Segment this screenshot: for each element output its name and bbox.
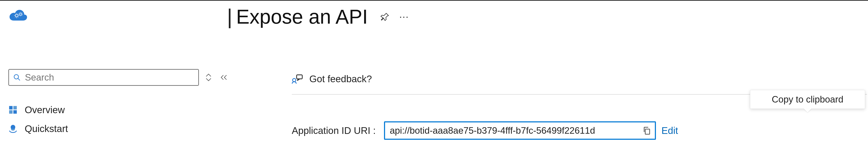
- feedback-label: Got feedback?: [309, 73, 372, 85]
- sidebar-item-label: Quickstart: [25, 123, 68, 134]
- page-title: Expose an API: [236, 5, 368, 28]
- svg-point-8: [292, 79, 296, 82]
- copy-tooltip: Copy to clipboard: [750, 90, 865, 109]
- svg-rect-4: [9, 106, 12, 110]
- svg-line-3: [18, 79, 20, 80]
- svg-rect-5: [13, 106, 17, 110]
- sidebar-item-label: Overview: [25, 104, 65, 115]
- window-top-border: [0, 0, 868, 1]
- copy-tooltip-text: Copy to clipboard: [772, 94, 843, 105]
- pin-icon[interactable]: [380, 12, 390, 21]
- sidebar-item-quickstart[interactable]: Quickstart: [8, 119, 228, 138]
- svg-rect-6: [9, 110, 12, 114]
- svg-rect-7: [13, 110, 17, 114]
- edit-link[interactable]: Edit: [661, 125, 678, 136]
- more-icon[interactable]: ···: [399, 11, 409, 22]
- title-separator: |: [227, 5, 232, 29]
- feedback-icon: [292, 74, 303, 84]
- application-id-uri-value: api://botid-aaa8ae75-b379-4fff-b7fc-5649…: [390, 125, 642, 136]
- application-id-uri-label: Application ID URI :: [292, 125, 376, 136]
- application-id-uri-field[interactable]: api://botid-aaa8ae75-b379-4fff-b7fc-5649…: [384, 121, 656, 140]
- feedback-button[interactable]: Got feedback?: [292, 73, 372, 85]
- search-input-container[interactable]: [8, 69, 199, 86]
- svg-rect-10: [645, 129, 650, 134]
- sidebar-item-overview[interactable]: Overview: [8, 101, 228, 119]
- copy-icon[interactable]: [642, 126, 651, 135]
- overview-icon: [8, 105, 18, 114]
- svg-rect-9: [297, 75, 302, 79]
- expand-collapse-icon[interactable]: [205, 73, 212, 82]
- quickstart-icon: [8, 124, 18, 133]
- cloud-logo: [8, 6, 28, 21]
- search-input[interactable]: [25, 72, 198, 83]
- collapse-sidebar-icon[interactable]: [219, 74, 228, 81]
- search-icon: [13, 74, 21, 81]
